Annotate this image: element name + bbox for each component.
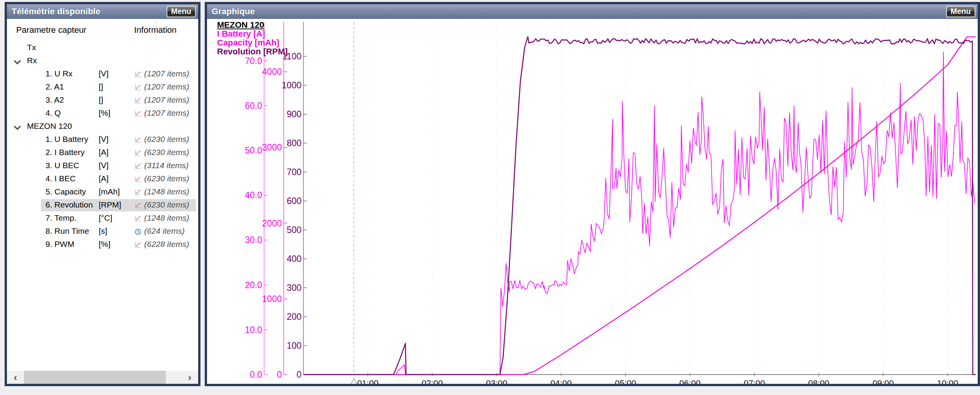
chart-icon bbox=[135, 241, 141, 248]
tree-row-4-q[interactable]: 4. Q[%](1207 items) bbox=[7, 107, 198, 120]
tree-item-label: 2. I Battery bbox=[45, 148, 85, 157]
legend-entry-capacity: Capacity [mAh] bbox=[217, 38, 288, 47]
telemetry-title: Télémétrie disponible bbox=[12, 7, 100, 17]
tree-item-label: 1. U Rx bbox=[45, 69, 72, 78]
chart-icon bbox=[135, 176, 141, 183]
graph-menu-button[interactable]: Menu bbox=[946, 6, 975, 17]
chart-icon bbox=[135, 202, 141, 209]
svg-text:40.0: 40.0 bbox=[245, 190, 262, 200]
tree-item-unit: [V] bbox=[99, 135, 109, 144]
chart-svg[interactable]: 01:0002:0003:0004:0005:0006:0007:0008:00… bbox=[207, 19, 978, 384]
tree-item-unit: [s] bbox=[99, 226, 107, 236]
tree-item-count: (3114 items) bbox=[144, 161, 189, 170]
tree-row-mezon-120[interactable]: MEZON 120 bbox=[7, 120, 198, 133]
tree-item-count: (1207 items) bbox=[144, 95, 189, 105]
svg-text:0.0: 0.0 bbox=[250, 370, 262, 380]
svg-text:07:00: 07:00 bbox=[744, 378, 765, 384]
svg-text:10.0: 10.0 bbox=[245, 325, 262, 335]
svg-text:05:00: 05:00 bbox=[615, 378, 636, 384]
scroll-right-arrow-icon[interactable]: › bbox=[181, 371, 198, 383]
tree-item-label: MEZON 120 bbox=[27, 122, 72, 131]
svg-text:03:00: 03:00 bbox=[486, 378, 507, 384]
tree-item-unit: [A] bbox=[99, 148, 109, 157]
svg-text:700: 700 bbox=[287, 167, 301, 177]
tree-item-count: (6230 items) bbox=[144, 200, 189, 209]
telemetry-menu-button[interactable]: Menu bbox=[167, 6, 196, 17]
scrollbar-thumb[interactable] bbox=[24, 371, 166, 384]
delta-marker-icon bbox=[351, 378, 357, 384]
tree-row-rx[interactable]: Rx bbox=[7, 54, 198, 68]
tree-item-unit: [%] bbox=[99, 108, 110, 118]
svg-text:50.0: 50.0 bbox=[245, 145, 262, 155]
svg-text:06:00: 06:00 bbox=[679, 378, 700, 384]
svg-text:0: 0 bbox=[277, 370, 282, 380]
tree-row-5-capacity[interactable]: 5. Capacity[mAh](1248 items) bbox=[7, 186, 198, 199]
tree-row-1-u-rx[interactable]: 1. U Rx[V](1207 items) bbox=[7, 68, 198, 81]
legend-entry-revolution: Revolution [RPM] bbox=[217, 47, 288, 56]
tree-row-3-a2[interactable]: 3. A2[](1207 items) bbox=[7, 94, 198, 107]
telemetry-titlebar: Télémétrie disponible Menu bbox=[7, 4, 198, 19]
tree-row-8-run-time[interactable]: 8. Run Time[s](624 items) bbox=[7, 225, 198, 238]
chart-icon bbox=[135, 215, 141, 222]
svg-text:30.0: 30.0 bbox=[245, 235, 262, 245]
tree-item-count: (6230 items) bbox=[144, 135, 189, 144]
series-capacity bbox=[303, 37, 975, 375]
chart-icon bbox=[135, 163, 141, 170]
tree-item-unit: [] bbox=[99, 82, 103, 91]
tree-item-label: 3. U BEC bbox=[45, 161, 79, 170]
svg-text:4000: 4000 bbox=[262, 67, 282, 77]
svg-text:800: 800 bbox=[287, 138, 301, 148]
column-divider bbox=[156, 20, 156, 41]
tree-item-count: (1207 items) bbox=[144, 108, 189, 118]
svg-text:1000: 1000 bbox=[262, 294, 282, 304]
tree-row-4-i-bec[interactable]: 4. I BEC[A](6230 items) bbox=[7, 172, 198, 186]
chart-icon bbox=[135, 110, 141, 117]
tree-row-1-u-battery[interactable]: 1. U Battery[V](6230 items) bbox=[7, 133, 198, 146]
tree-item-unit: [°C] bbox=[99, 213, 112, 223]
scroll-left-arrow-icon[interactable]: ‹ bbox=[7, 371, 24, 383]
clock-icon bbox=[135, 228, 141, 235]
tree-item-label: 6. Revolution bbox=[45, 200, 93, 209]
graph-titlebar: Graphique Menu bbox=[207, 4, 978, 19]
svg-text:500: 500 bbox=[287, 225, 301, 235]
svg-text:200: 200 bbox=[287, 312, 301, 322]
tree-row-2-i-battery[interactable]: 2. I Battery[A](6230 items) bbox=[7, 146, 198, 159]
svg-text:900: 900 bbox=[287, 109, 301, 119]
svg-text:1000: 1000 bbox=[282, 80, 301, 90]
tree-item-label: 4. I BEC bbox=[45, 174, 76, 183]
svg-text:01:00: 01:00 bbox=[357, 378, 379, 384]
chevron-down-icon bbox=[13, 59, 22, 65]
tree-item-label: 5. Capacity bbox=[45, 187, 86, 196]
svg-text:70.0: 70.0 bbox=[245, 56, 262, 66]
tree-row-6-revolution[interactable]: 6. Revolution[RPM](6230 items) bbox=[7, 199, 198, 212]
graph-content: 01:0002:0003:0004:0005:0006:0007:0008:00… bbox=[207, 19, 978, 384]
tree-item-label: 1. U Battery bbox=[45, 135, 88, 144]
series-i-battery bbox=[303, 52, 975, 375]
tree-item-label: Rx bbox=[27, 56, 37, 65]
telemetry-window: Télémétrie disponible Menu Parametre cap… bbox=[5, 2, 200, 386]
svg-text:400: 400 bbox=[287, 254, 301, 264]
svg-text:60.0: 60.0 bbox=[245, 101, 262, 111]
horizontal-scrollbar[interactable]: ‹ › bbox=[7, 371, 198, 384]
tree-item-unit: [RPM] bbox=[99, 200, 121, 209]
tree-row-3-u-bec[interactable]: 3. U BEC[V](3114 items) bbox=[7, 159, 198, 172]
chart-icon bbox=[135, 137, 141, 143]
svg-text:20.0: 20.0 bbox=[245, 280, 262, 290]
tree-row-7-temp[interactable]: 7. Temp.[°C](1248 items) bbox=[7, 212, 198, 225]
tree-item-unit: [mAh] bbox=[99, 187, 120, 196]
chart-icon bbox=[135, 84, 141, 91]
chart-legend: MEZON 120 I Battery [A] Capacity [mAh] R… bbox=[217, 20, 288, 56]
tree-item-count: (624 items) bbox=[144, 226, 185, 236]
svg-text:08:00: 08:00 bbox=[808, 378, 829, 384]
graph-title: Graphique bbox=[212, 7, 255, 17]
svg-text:100: 100 bbox=[287, 341, 301, 351]
tree-item-label: 3. A2 bbox=[45, 95, 64, 105]
tree-row-tx[interactable]: Tx bbox=[7, 41, 198, 54]
tree-row-2-a1[interactable]: 2. A1[](1207 items) bbox=[7, 81, 198, 94]
sensor-tree: TxRx1. U Rx[V](1207 items)2. A1[](1207 i… bbox=[7, 41, 198, 370]
tree-item-label: 4. Q bbox=[45, 108, 61, 118]
tree-row-9-pwm[interactable]: 9. PWM[%](6228 items) bbox=[7, 238, 198, 251]
tree-item-label: 8. Run Time bbox=[45, 226, 89, 236]
tree-header: Parametre capteur Information bbox=[7, 19, 198, 41]
graph-window: Graphique Menu 01:0002:0003:0004:0005:00… bbox=[205, 2, 980, 386]
